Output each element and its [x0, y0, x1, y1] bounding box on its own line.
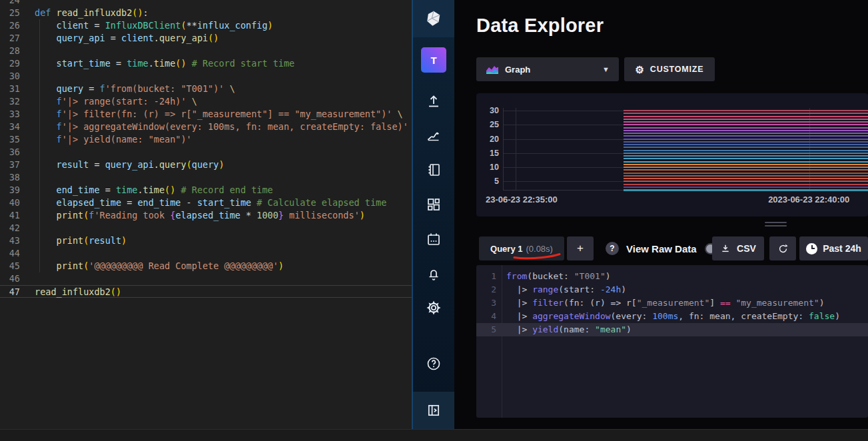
influxdb-logo-icon[interactable]	[425, 10, 442, 27]
code-line: 27 query_api = client.query_api()	[0, 32, 412, 45]
code-line: 25def read_influxdb2():	[0, 7, 412, 19]
y-tick-label: 25	[490, 120, 499, 129]
series-line	[624, 113, 868, 114]
y-tick-label: 20	[490, 135, 499, 144]
graph-panel: 51015202530 23-06-23 22:35:00 2023-06-23…	[476, 93, 868, 217]
flux-query-editor[interactable]: 1from(bucket: "T001")2 |> range(start: -…	[476, 265, 868, 418]
y-tick-label: 15	[490, 149, 499, 158]
time-range-dropdown[interactable]: Past 24h	[799, 236, 868, 260]
code-line: 41 print(f'Reading took {elapsed_time * …	[0, 209, 412, 222]
customize-label: CUSTOMIZE	[650, 65, 704, 74]
x-axis-label-left: 23-06-23 22:35:00	[486, 195, 558, 205]
gear-icon: ⚙	[636, 65, 645, 75]
code-line: 40 elapsed_time = end_time - start_time …	[0, 197, 412, 209]
visualization-type-dropdown[interactable]: Graph ▼	[476, 57, 619, 81]
code-line: 46	[0, 272, 412, 285]
series-line	[624, 127, 868, 129]
screen: { "editor": { "lines": [ {"n":"24","seg"…	[0, 0, 868, 441]
code-line: 35 f'|> yield(name: "mean")'	[0, 133, 412, 146]
help-question-icon[interactable]: ?	[606, 242, 619, 255]
series-line	[624, 139, 868, 140]
clock-icon	[806, 243, 817, 254]
upload-icon[interactable]	[426, 93, 442, 109]
series-line	[624, 147, 868, 148]
x-axis-label-right: 2023-06-23 22:40:00	[768, 195, 849, 205]
query-tab[interactable]: Query 1 (0.08s)	[479, 236, 564, 260]
code-line: 37 result = query_api.query(query)	[0, 159, 412, 171]
area-chart-icon	[486, 65, 499, 75]
help-icon[interactable]	[426, 356, 442, 372]
code-line: 32 f'|> range(start: -24h)' \	[0, 95, 412, 108]
series-line	[624, 178, 868, 179]
code-line: 24	[0, 0, 412, 7]
series-line	[624, 173, 868, 174]
data-explorer-icon[interactable]	[426, 128, 442, 144]
code-line: 2 |> range(start: -24h)	[476, 283, 868, 296]
code-editor[interactable]: 2425def read_influxdb2():26 client = Inf…	[0, 0, 412, 429]
influxdb-sidebar: T	[412, 0, 454, 429]
code-line: 47read_influxdb2()	[0, 285, 412, 298]
download-icon	[720, 243, 731, 254]
code-line: 29 start_time = time.time() # Record sta…	[0, 57, 412, 70]
time-range-label: Past 24h	[823, 243, 861, 254]
code-line: 28	[0, 45, 412, 57]
series-line	[624, 158, 868, 159]
collapse-nav-icon[interactable]	[426, 403, 442, 418]
v-gridline	[516, 108, 516, 190]
series-line	[624, 153, 868, 154]
code-line: 38	[0, 171, 412, 184]
series-line	[624, 144, 868, 145]
code-line: 26 client = InfluxDBClient(**influx_conf…	[0, 19, 412, 32]
tasks-calendar-icon[interactable]	[426, 231, 442, 247]
code-line: 31 query = f'from(bucket: "T001")' \	[0, 83, 412, 95]
customize-button[interactable]: ⚙ CUSTOMIZE	[624, 57, 715, 81]
avatar-letter: T	[430, 55, 436, 66]
visualization-type-label: Graph	[505, 65, 530, 75]
y-tick-label: 10	[490, 163, 499, 172]
series-line	[624, 141, 868, 143]
code-line: 30	[0, 70, 412, 83]
query-tab-label: Query 1	[490, 244, 522, 254]
view-raw-data-label: View Raw Data	[626, 243, 697, 254]
view-raw-data-control: ? View Raw Data	[606, 236, 727, 260]
time-series-plot[interactable]: 51015202530	[503, 108, 868, 191]
series-line	[624, 124, 868, 125]
panel-resize-handle[interactable]	[765, 222, 787, 228]
series-line	[624, 175, 868, 177]
series-line	[624, 167, 868, 168]
data-explorer-page: Data Explorer Graph ▼ ⚙ CUSTOMIZE 510152…	[454, 0, 868, 429]
csv-download-button[interactable]: CSV	[712, 236, 764, 260]
query-duration: (0.08s)	[526, 244, 552, 254]
series-line	[624, 184, 868, 185]
code-line: 43 print(result)	[0, 234, 412, 247]
series-line	[624, 150, 868, 151]
code-line: 3 |> filter(fn: (r) => r["_measurement"]…	[476, 296, 868, 310]
series-line	[624, 130, 868, 131]
series-line	[624, 121, 868, 123]
code-line: 33 f'|> filter(fn: (r) => r["_measuremen…	[0, 108, 412, 121]
settings-gear-icon[interactable]	[426, 300, 442, 316]
chevron-down-icon: ▼	[602, 65, 610, 73]
series-line	[624, 189, 868, 191]
code-line: 39 end_time = time.time() # Record end t…	[0, 184, 412, 197]
code-line: 42	[0, 222, 412, 234]
refresh-button[interactable]	[769, 236, 796, 260]
series-line	[624, 119, 868, 120]
user-avatar[interactable]: T	[421, 47, 446, 73]
series-line	[624, 161, 868, 163]
add-query-button[interactable]: +	[567, 236, 594, 260]
refresh-icon	[777, 243, 789, 254]
dashboards-icon[interactable]	[426, 197, 442, 213]
csv-label: CSV	[737, 243, 756, 254]
code-line: 44	[0, 247, 412, 260]
series-line	[624, 133, 868, 134]
alerts-bell-icon[interactable]	[426, 266, 442, 282]
series-line	[624, 110, 868, 111]
y-tick-label: 30	[490, 106, 499, 115]
series-line	[624, 181, 868, 182]
page-title: Data Explorer	[476, 15, 604, 37]
series-line	[624, 155, 868, 157]
code-line: 36	[0, 146, 412, 159]
code-line: 45 print('@@@@@@@@@ Read Complete @@@@@@…	[0, 260, 412, 272]
notebooks-icon[interactable]	[426, 162, 442, 178]
